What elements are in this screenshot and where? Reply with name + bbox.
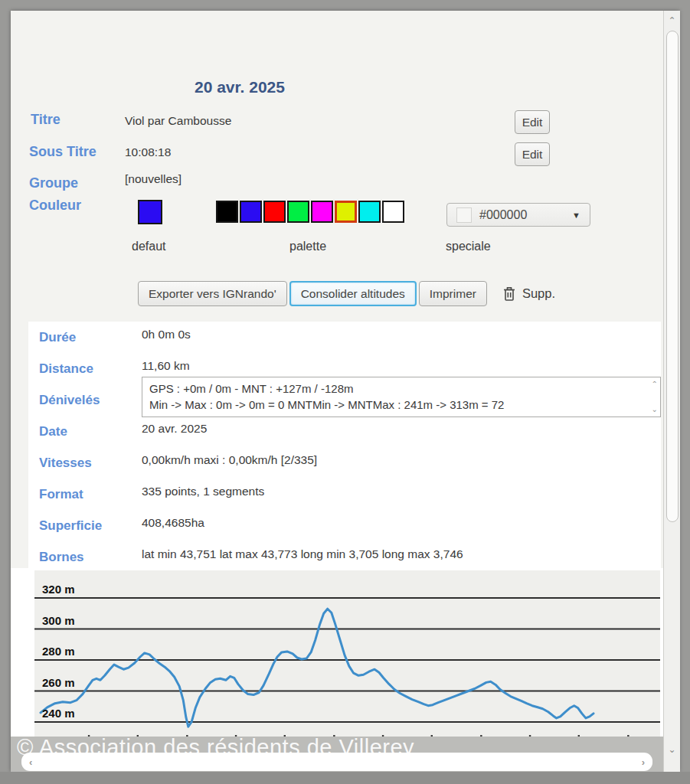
vitesses-label: Vitesses [39, 456, 92, 471]
vitesses-value: 0,00km/h maxi : 0,00km/h [2/335] [142, 453, 317, 467]
groupe-value: [nouvelles] [125, 172, 181, 186]
groupe-label: Groupe [29, 175, 78, 191]
deniveles-label: Dénivelés [39, 393, 100, 408]
palette-swatch[interactable] [216, 201, 238, 223]
elevation-profile-chart: 320 m300 m280 m260 m240 m [11, 570, 663, 750]
couleur-label: Couleur [29, 198, 81, 214]
titre-label: Titre [31, 112, 60, 128]
palette-swatch[interactable] [287, 201, 309, 223]
imprimer-button[interactable]: Imprimer [419, 281, 487, 306]
titre-edit-button[interactable]: Edit [515, 110, 550, 134]
svg-text:280 m: 280 m [42, 645, 75, 658]
scroll-up-icon[interactable]: ⌃ [652, 381, 658, 388]
svg-text:260 m: 260 m [42, 676, 75, 689]
distance-value: 11,60 km [142, 359, 190, 373]
bornes-label: Bornes [39, 550, 84, 565]
palette-swatch[interactable] [335, 201, 357, 223]
scroll-down-icon[interactable]: ⌄ [652, 406, 658, 413]
supprimer-label: Supp. [522, 286, 555, 301]
trash-icon [503, 286, 515, 302]
speciale-caption: speciale [446, 240, 491, 253]
bornes-value: lat min 43,751 lat max 43,773 long min 3… [142, 547, 463, 561]
special-color-value: #000000 [479, 208, 572, 222]
default-color-swatch[interactable] [138, 200, 162, 224]
special-color-dropdown[interactable]: #000000 ▼ [446, 203, 590, 227]
track-detail-panel: 20 avr. 2025 Titre Viol par Cambousse Ed… [11, 11, 679, 772]
defaut-caption: defaut [132, 240, 165, 253]
consolider-altitudes-button[interactable]: Consolider altitudes [289, 281, 417, 306]
supprimer-control[interactable]: Supp. [503, 286, 555, 302]
superficie-label: Superficie [39, 518, 102, 534]
date-value: 20 avr. 2025 [142, 422, 207, 436]
palette-swatch[interactable] [311, 201, 333, 223]
chevron-down-icon: ▼ [572, 211, 580, 220]
scroll-down-icon[interactable]: ⌄ [664, 744, 680, 755]
export-ignrando-button[interactable]: Exporter vers IGNrando' [138, 281, 287, 306]
app-window: 20 avr. 2025 Titre Viol par Cambousse Ed… [0, 0, 690, 784]
palette-swatch[interactable] [240, 201, 262, 223]
scroll-right-icon[interactable]: › [642, 756, 645, 768]
format-label: Format [39, 487, 83, 502]
bottom-edge [0, 772, 690, 784]
sous-titre-value: 10:08:18 [125, 145, 171, 159]
palette-swatch[interactable] [263, 201, 286, 223]
page-title: 20 avr. 2025 [195, 78, 285, 96]
vertical-scrollbar[interactable]: ⌃ ⌄ [663, 11, 680, 772]
palette-swatch[interactable] [382, 201, 404, 223]
palette-caption: palette [289, 240, 326, 253]
deniveles-line1: GPS : +0m / 0m - MNT : +127m / -128m [149, 381, 645, 397]
superficie-value: 408,4685ha [142, 516, 204, 530]
duree-value: 0h 0m 0s [142, 328, 191, 341]
svg-text:300 m: 300 m [42, 614, 75, 627]
color-palette [216, 201, 404, 223]
deniveles-textbox[interactable]: GPS : +0m / 0m - MNT : +127m / -128m Min… [142, 377, 661, 417]
scroll-up-icon[interactable]: ⌃ [664, 15, 680, 26]
distance-label: Distance [39, 361, 93, 377]
date-label: Date [39, 424, 67, 439]
scroll-left-icon[interactable]: ‹ [29, 756, 32, 768]
horizontal-scrollbar[interactable]: ‹ › [21, 753, 652, 771]
special-color-preview [456, 207, 472, 223]
sous-titre-edit-button[interactable]: Edit [515, 142, 550, 166]
duree-label: Durée [39, 330, 76, 345]
scrollbar-thumb[interactable] [666, 31, 679, 522]
deniveles-line2: Min -> Max : 0m -> 0m = 0 MNTMin -> MNTM… [149, 397, 645, 413]
palette-swatch[interactable] [358, 201, 381, 223]
svg-text:320 m: 320 m [42, 583, 75, 596]
info-card [28, 322, 661, 568]
format-value: 335 points, 1 segments [142, 485, 264, 498]
svg-text:240 m: 240 m [42, 707, 75, 720]
titre-value: Viol par Cambousse [125, 114, 231, 128]
sous-titre-label: Sous Titre [29, 144, 96, 160]
